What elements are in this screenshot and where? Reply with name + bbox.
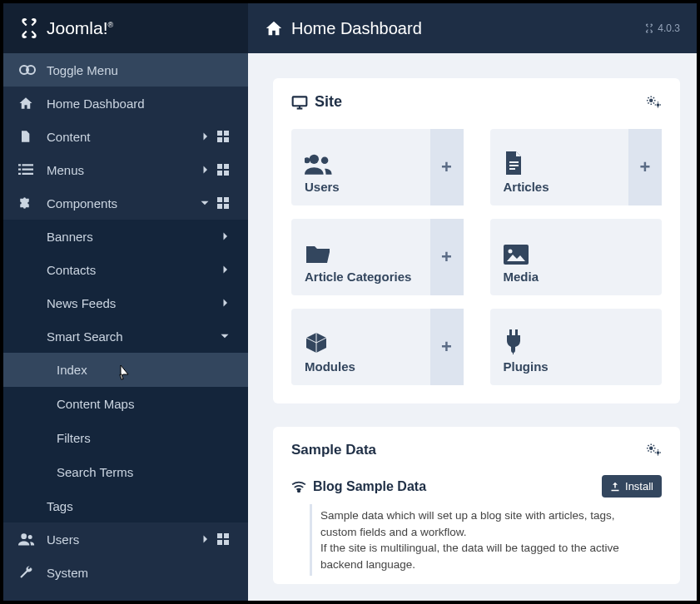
sidebar-news-feeds[interactable]: News Feeds <box>3 286 248 319</box>
card-media[interactable]: Media <box>490 219 663 295</box>
page-title: Home Dashboard <box>291 19 644 38</box>
grid-icon[interactable] <box>213 131 233 142</box>
svg-rect-17 <box>224 197 229 202</box>
svg-rect-35 <box>509 161 519 163</box>
card-users[interactable]: Users + <box>291 129 464 205</box>
document-icon <box>18 129 47 144</box>
card-media-label: Media <box>504 270 649 284</box>
card-users-label: Users <box>305 180 417 194</box>
site-panel: Site Users + Artic <box>273 78 680 403</box>
wifi-icon <box>291 481 306 493</box>
grid-icon[interactable] <box>213 197 233 209</box>
site-title: Site <box>315 93 342 111</box>
content-area: Site Users + Artic <box>248 53 697 601</box>
svg-rect-24 <box>224 533 229 538</box>
blog-sample-title-text: Blog Sample Data <box>313 479 426 494</box>
card-articles[interactable]: Articles + <box>490 129 663 205</box>
sidebar-system[interactable]: System <box>3 556 248 589</box>
svg-rect-7 <box>22 164 34 166</box>
sidebar-index[interactable]: Index <box>3 353 248 387</box>
plug-icon <box>504 329 649 354</box>
sample-data-panel: Sample Data Blog Sample Data Install Sam… <box>273 427 680 584</box>
svg-rect-27 <box>293 97 307 106</box>
home-icon <box>265 19 283 37</box>
svg-rect-40 <box>509 329 512 335</box>
chevron-right-icon <box>216 298 233 308</box>
sidebar-filters-label: Filters <box>57 431 91 445</box>
svg-point-21 <box>21 533 27 539</box>
sidebar-components[interactable]: Components <box>3 186 248 220</box>
svg-point-33 <box>321 157 329 165</box>
sidebar: Joomla!® Toggle Menu Home Dashboard Cont… <box>3 3 248 601</box>
joomla-logo-icon <box>18 17 40 39</box>
folder-open-icon <box>305 243 417 265</box>
sidebar-users[interactable]: Users <box>3 522 248 556</box>
chevron-right-icon <box>216 231 233 241</box>
card-categories[interactable]: Article Categories + <box>291 219 464 295</box>
sidebar-news-feeds-label: News Feeds <box>47 296 216 310</box>
sidebar-content[interactable]: Content <box>3 120 248 153</box>
chevron-down-icon <box>216 332 233 340</box>
version-text: 4.0.3 <box>658 22 680 34</box>
sidebar-smart-search[interactable]: Smart Search <box>3 319 248 353</box>
svg-rect-2 <box>217 131 222 136</box>
main-area: Home Dashboard 4.0.3 Site <box>248 3 697 601</box>
card-plugins-label: Plugins <box>504 359 649 374</box>
svg-rect-8 <box>18 169 21 171</box>
monitor-icon <box>291 95 308 110</box>
brand-name: Joomla!® <box>47 18 113 38</box>
svg-rect-41 <box>515 329 518 335</box>
svg-rect-9 <box>22 169 34 171</box>
sample-data-title: Sample Data <box>291 442 376 458</box>
svg-point-22 <box>28 535 32 539</box>
svg-rect-12 <box>217 164 222 169</box>
toggle-menu[interactable]: Toggle Menu <box>3 53 248 87</box>
card-users-add[interactable]: + <box>430 129 464 205</box>
cursor-icon <box>117 364 130 381</box>
sidebar-content-maps[interactable]: Content Maps <box>3 387 248 421</box>
sidebar-banners[interactable]: Banners <box>3 220 248 253</box>
sidebar-search-terms-label: Search Terms <box>57 465 133 479</box>
users-icon <box>18 532 47 546</box>
card-articles-add[interactable]: + <box>628 129 662 205</box>
sidebar-home-label: Home Dashboard <box>47 97 233 111</box>
svg-rect-16 <box>217 197 222 202</box>
svg-rect-10 <box>18 173 21 175</box>
svg-point-39 <box>508 250 512 254</box>
chevron-down-icon <box>196 199 213 207</box>
card-categories-add[interactable]: + <box>430 219 464 295</box>
sidebar-users-label: Users <box>47 532 196 547</box>
card-modules[interactable]: Modules + <box>291 309 464 385</box>
topbar: Home Dashboard 4.0.3 <box>248 3 697 53</box>
gears-icon[interactable] <box>647 96 662 109</box>
svg-rect-14 <box>217 171 222 176</box>
gears-icon[interactable] <box>647 443 662 457</box>
card-modules-add[interactable]: + <box>430 309 464 385</box>
sidebar-smart-search-label: Smart Search <box>47 329 216 344</box>
chevron-right-icon <box>196 534 213 544</box>
sidebar-menus[interactable]: Menus <box>3 153 248 186</box>
sidebar-filters[interactable]: Filters <box>3 421 248 455</box>
svg-rect-25 <box>217 540 222 545</box>
grid-icon[interactable] <box>213 533 233 545</box>
sidebar-contacts[interactable]: Contacts <box>3 253 248 286</box>
cube-icon <box>305 331 417 354</box>
chevron-right-icon <box>216 265 233 275</box>
svg-rect-13 <box>224 164 229 169</box>
image-icon <box>504 245 649 265</box>
blog-sample-description: Sample data which will set up a blog sit… <box>310 504 662 576</box>
wrench-icon <box>18 565 47 580</box>
install-button-label: Install <box>625 480 653 493</box>
sidebar-tags[interactable]: Tags <box>3 489 248 522</box>
svg-point-43 <box>657 451 660 454</box>
install-button[interactable]: Install <box>602 475 662 498</box>
svg-rect-36 <box>509 165 519 166</box>
svg-rect-38 <box>504 245 529 265</box>
sidebar-search-terms[interactable]: Search Terms <box>3 455 248 489</box>
blog-desc-line1: Sample data which will set up a blog sit… <box>320 507 653 540</box>
sidebar-home-dashboard[interactable]: Home Dashboard <box>3 87 248 120</box>
card-plugins[interactable]: Plugins <box>490 309 663 385</box>
svg-point-32 <box>310 155 319 164</box>
sidebar-components-label: Components <box>47 196 196 210</box>
grid-icon[interactable] <box>213 164 233 176</box>
